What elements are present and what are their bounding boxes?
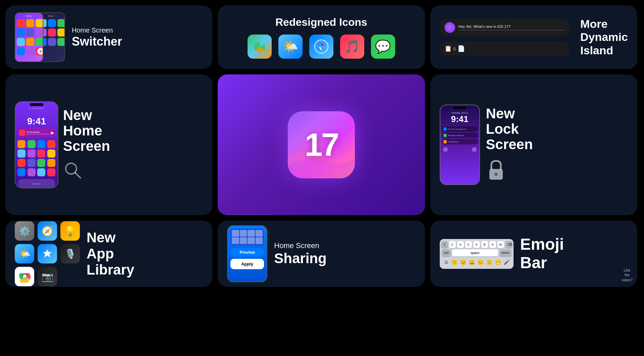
lock-line3: Screen bbox=[486, 137, 628, 152]
key-c[interactable]: c bbox=[465, 241, 472, 248]
search-bar: Search bbox=[18, 179, 55, 188]
return-key[interactable]: return bbox=[499, 249, 512, 256]
home-switcher-line2: Switcher bbox=[72, 35, 122, 48]
safari-icon bbox=[309, 35, 333, 59]
key-z[interactable]: z bbox=[449, 241, 456, 248]
like-badge: Like the video? bbox=[622, 268, 632, 282]
clipboard-icon: 📋 bbox=[444, 45, 452, 52]
sharing-grid-icon bbox=[248, 230, 255, 237]
card-home-switcher: 9:41 bbox=[5, 5, 212, 69]
home-screen-phone-mockup: ▼ 7 Notifications 9:41 For The Moment ▶ bbox=[15, 101, 58, 188]
card-new-home-screen: ▼ 7 Notifications 9:41 For The Moment ▶ bbox=[5, 74, 212, 215]
emoji-row: ☺️ 🙁 😊 😀 😐 🙂 😶 🎤 bbox=[442, 258, 512, 267]
main-grid: 9:41 bbox=[0, 0, 644, 356]
shift-key[interactable]: ⇧ bbox=[441, 241, 448, 248]
dynamic-island-line1: More bbox=[580, 18, 628, 30]
app-library-line2: App bbox=[87, 246, 134, 261]
notification-text: ▼ 7 Notifications bbox=[15, 107, 58, 109]
paste-icons: 📋 & 📄 bbox=[444, 45, 465, 52]
redesigned-icons-title: Redesigned Icons bbox=[275, 16, 367, 28]
music-icon: 🎵 bbox=[340, 35, 364, 59]
notif-item-3: 7 Notifications bbox=[442, 139, 478, 144]
keyboard-row-top: ⇧ z x c v b n m ⌫ bbox=[442, 241, 512, 248]
home-switcher-text: Home Screen Switcher bbox=[72, 26, 122, 48]
key-n[interactable]: n bbox=[489, 241, 496, 248]
apply-button[interactable]: Apply bbox=[230, 259, 264, 269]
card-redesigned-icons: Redesigned Icons 🌤️ 🎵 💬 bbox=[218, 5, 425, 69]
key-x[interactable]: x bbox=[457, 241, 464, 248]
phone-1: 9:41 bbox=[15, 12, 43, 62]
lock-screen-bottom-bar bbox=[440, 146, 479, 153]
svg-line-10 bbox=[75, 173, 80, 178]
voice-memos-icon: 🎙️ bbox=[60, 244, 80, 263]
emoji-neutral[interactable]: 😐 bbox=[477, 259, 484, 265]
key-m[interactable]: m bbox=[497, 241, 504, 248]
card-ios17-center: 17 bbox=[218, 74, 425, 215]
notif-icon-3 bbox=[443, 140, 447, 143]
card-app-library: ⚙️ 🧭 💡 🌤️ 🎙️ 📷 New App Library bbox=[5, 221, 212, 287]
sharing-phone-mockup: Preview Apply bbox=[227, 225, 267, 282]
dynamic-island-text: More Dynamic Island bbox=[580, 18, 628, 57]
emoji-grin[interactable]: 😀 bbox=[469, 259, 475, 265]
notif-text-3: 7 Notifications bbox=[448, 141, 459, 143]
emoji-bar-line2: Bar bbox=[520, 254, 564, 272]
emoji-bar-text: Emoji Bar bbox=[520, 236, 564, 272]
notif-icon-1 bbox=[443, 127, 447, 131]
numbers-key[interactable]: 123 bbox=[442, 249, 451, 256]
torch-icon bbox=[443, 147, 448, 152]
emoji-keyboard-icon[interactable]: ☺️ bbox=[444, 259, 449, 265]
sharing-grid-icon bbox=[240, 237, 247, 244]
app-library-text: New App Library bbox=[87, 230, 134, 278]
ios17-logo: 17 bbox=[288, 111, 355, 178]
like-line1: Like bbox=[622, 268, 632, 273]
app-library-line1: New bbox=[87, 230, 134, 245]
emoji-frown[interactable]: 🙁 bbox=[451, 259, 458, 265]
emoji-smile[interactable]: 😊 bbox=[460, 259, 467, 265]
preview-button[interactable]: Preview bbox=[230, 248, 264, 257]
new-lock-screen-title: New Lock Screen bbox=[486, 106, 628, 153]
new-lock-screen-text-area: New Lock Screen bbox=[480, 106, 628, 184]
camera-app-icon: 📷 bbox=[38, 267, 57, 286]
new-home-line2: Home bbox=[63, 123, 203, 138]
home-screen-time: 9:41 bbox=[15, 116, 58, 127]
emoji-no-mouth[interactable]: 😶 bbox=[495, 259, 501, 265]
paste-widget: 📋 & 📄 bbox=[440, 42, 570, 56]
tips-app-icon: 💡 bbox=[60, 221, 80, 241]
notif-item-2: Messages notification bbox=[442, 133, 478, 138]
key-b[interactable]: b bbox=[481, 241, 488, 248]
delete-key[interactable]: ⌫ bbox=[505, 241, 512, 248]
lock-screen-time: 9:41 bbox=[440, 114, 479, 124]
new-home-screen-title: New Home Screen bbox=[63, 108, 203, 154]
space-key[interactable]: space bbox=[452, 249, 498, 256]
messages-icon: 💬 bbox=[371, 35, 395, 59]
maps-icon bbox=[248, 35, 272, 59]
home-sharing-line1: Home Screen bbox=[274, 241, 326, 250]
sharing-grid-icon bbox=[232, 237, 239, 244]
mic-icon[interactable]: 🎤 bbox=[504, 259, 509, 265]
chrome-app-icon bbox=[15, 267, 34, 286]
new-home-line3: Screen bbox=[63, 138, 203, 154]
notif-item-1: Tim Cook messaged you bbox=[442, 126, 478, 132]
key-v[interactable]: v bbox=[473, 241, 480, 248]
siri-widget-text: Hey Siri, What's new in iOS 17? bbox=[459, 24, 565, 31]
siri-line-divider bbox=[459, 30, 565, 31]
card-home-sharing: Preview Apply Home Screen Sharing bbox=[218, 221, 425, 287]
sharing-grid-icon bbox=[248, 237, 255, 244]
notif-icon-2 bbox=[443, 134, 447, 137]
sharing-grid-icon bbox=[232, 230, 239, 237]
dynamic-island-line3: Island bbox=[580, 44, 628, 57]
siri-ball-icon bbox=[444, 22, 455, 33]
search-icon-large bbox=[63, 161, 203, 182]
card-dynamic-island: Hey Siri, What's new in iOS 17? 📋 & 📄 Mo… bbox=[430, 5, 637, 69]
dynamic-island-line2: Dynamic bbox=[580, 31, 628, 43]
home-switcher-line1: Home Screen bbox=[72, 26, 122, 34]
appstore-app-icon bbox=[38, 244, 57, 263]
keyboard-row-bottom: 123 space return bbox=[442, 249, 512, 256]
app-library-line3: Library bbox=[87, 262, 134, 278]
emoji-slight-smile[interactable]: 🙂 bbox=[486, 259, 493, 265]
lock-screen-phone-mockup: Tuesday, Oct 21 9:41 Tim Cook messaged y… bbox=[440, 105, 480, 185]
sharing-grid-icon bbox=[256, 230, 263, 237]
like-line2: the bbox=[622, 273, 632, 277]
weather-icon: 🌤️ bbox=[278, 35, 303, 59]
lock-screen-date: Tuesday, Oct 21 bbox=[440, 112, 479, 114]
